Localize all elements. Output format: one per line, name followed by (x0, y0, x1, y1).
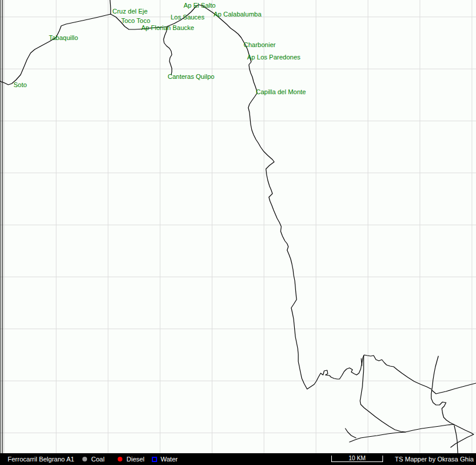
station-label: Capilla del Monte (256, 88, 306, 95)
route-name-label: Ferrocarril Belgrano A1 (8, 456, 74, 463)
railway-drop-line (454, 426, 458, 453)
coal-legend-icon (82, 457, 87, 461)
map-left-inner-line (2, 0, 3, 453)
station-label: Los Sauces (171, 14, 204, 21)
coal-legend-label: Coal (91, 456, 105, 463)
railway-branch-east (432, 383, 476, 394)
map-canvas[interactable]: Cruz del EjeToco TocoAp El SaltoLos Sauc… (0, 0, 476, 453)
water-legend-icon (152, 457, 157, 462)
station-label: Canteras Quilpo (168, 73, 215, 80)
credit-text: TS Mapper by Okrasa Ghia (395, 456, 474, 463)
station-label: Charbonier (244, 41, 275, 48)
station-label: Toco Toco (121, 17, 150, 24)
map-left-border-line (1, 0, 1, 453)
diesel-legend-label: Diesel (127, 456, 145, 463)
water-legend-label: Water (161, 456, 178, 463)
station-label: Tabaquillo (49, 34, 78, 41)
railway-bottom-spur (345, 429, 356, 438)
scale-bar-label: 10 KM (349, 455, 366, 461)
railway-branch-north (110, 0, 111, 14)
railway-network (0, 0, 476, 453)
station-label: Cruz del Eje (112, 8, 148, 15)
scale-bar: 10 KM (331, 456, 383, 462)
station-label: Ap Calabalumba (214, 11, 261, 18)
station-label: Ap El Salto (184, 2, 215, 9)
railway-branch-southeast (360, 356, 405, 432)
station-label: Ap Florian Baucke (141, 24, 194, 31)
railway-bottom-line (349, 424, 454, 442)
railway-main-line (0, 5, 431, 389)
railway-wye (451, 424, 474, 447)
station-label: Ap Los Paredones (247, 54, 301, 61)
railway-branch-canteras (164, 27, 172, 75)
status-bar: Ferrocarril Belgrano A1 Coal Diesel Wate… (0, 453, 476, 465)
ts-mapper-window: Cruz del EjeToco TocoAp El SaltoLos Sauc… (0, 0, 476, 465)
diesel-legend-icon (118, 457, 122, 461)
station-label: Soto (14, 81, 27, 88)
